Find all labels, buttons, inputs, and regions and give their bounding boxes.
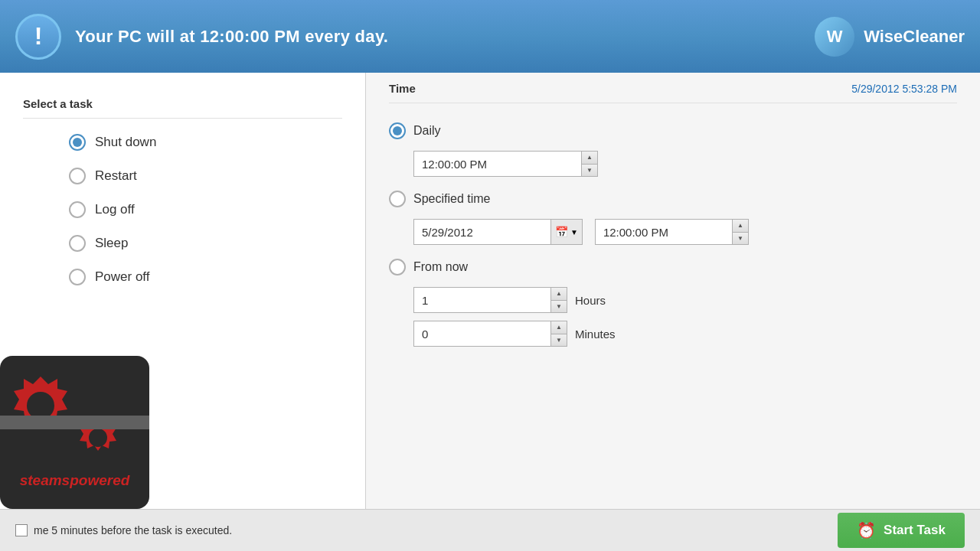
brand-area: W WiseCleaner [815,17,965,57]
task-shutdown[interactable]: Shut down [23,134,342,151]
radio-sleep[interactable] [69,235,86,252]
remind-checkbox[interactable] [15,524,28,536]
fromnow-hours-row: 1 ▲ ▼ Hours 0 ▲ ▼ [413,287,957,347]
specified-date-input[interactable]: 5/29/2012 [413,219,551,245]
brand-logo: W [815,17,854,57]
minutes-label: Minutes [575,328,616,341]
hours-spinner[interactable]: ▲ ▼ [550,287,567,313]
brand-letter: W [827,27,843,47]
task-logoff[interactable]: Log off [23,201,342,218]
minutes-down[interactable]: ▼ [551,334,567,347]
hours-label: Hours [575,294,606,307]
task-poweroff-label: Power off [95,269,150,285]
alert-icon: ! [15,14,61,60]
specified-time-row: 5/29/2012 📅 ▼ 12:00:00 PM ▲ ▼ [413,219,957,245]
bottom-bar: me 5 minutes before the task is executed… [0,509,980,551]
specified-timeval-group: 12:00:00 PM ▲ ▼ [595,219,749,245]
specified-date-value: 5/29/2012 [422,226,473,239]
start-task-label: Start Task [884,523,946,538]
radio-poweroff[interactable] [69,269,86,285]
task-restart-label: Restart [95,168,137,184]
radio-restart[interactable] [69,168,86,184]
minutes-input[interactable]: 0 [413,321,551,347]
daily-time-value: 12:00:00 PM [422,158,487,171]
option-daily[interactable]: Daily [389,122,957,139]
task-poweroff[interactable]: Power off [23,269,342,285]
hours-down[interactable]: ▼ [551,301,567,313]
daily-time-spinner[interactable]: ▲ ▼ [581,151,598,177]
remind-area: me 5 minutes before the task is executed… [15,524,232,536]
remind-text: me 5 minutes before the task is executed… [34,524,232,536]
specified-time-down[interactable]: ▼ [733,233,748,245]
exclamation-mark: ! [34,22,43,51]
gray-bar [0,416,149,429]
daily-time-input[interactable]: 12:00:00 PM [413,151,582,177]
steam-inner [0,377,149,468]
right-panel: Time 5/29/2012 5:53:28 PM Daily 12:00:00… [366,73,980,509]
steam-powered-text: steamspowered [20,472,130,489]
radio-fromnow[interactable] [389,259,406,276]
radio-specified[interactable] [389,191,406,207]
daily-time-input-group: 12:00:00 PM ▲ ▼ [413,151,598,177]
time-header: Time 5/29/2012 5:53:28 PM [389,73,957,103]
svg-point-3 [89,429,107,447]
minutes-up[interactable]: ▲ [551,321,567,334]
time-section-label: Time [389,82,416,95]
task-sleep[interactable]: Sleep [23,235,342,252]
specified-time-input[interactable]: 12:00:00 PM [595,219,733,245]
date-dropdown-arrow[interactable]: ▼ [570,228,578,236]
hours-input[interactable]: 1 [413,287,551,313]
specified-time-up[interactable]: ▲ [733,220,748,233]
hours-value: 1 [422,294,428,307]
minutes-input-group: 0 ▲ ▼ [413,321,567,347]
start-task-button[interactable]: ⏰ Start Task [838,513,965,548]
minutes-spinner[interactable]: ▲ ▼ [550,321,567,347]
specified-time-spinner[interactable]: ▲ ▼ [732,219,749,245]
date-calendar-spinner[interactable]: 📅 ▼ [550,219,583,245]
daily-time-down[interactable]: ▼ [582,165,597,177]
hours-input-group: 1 ▲ ▼ [413,287,567,313]
daily-label: Daily [413,124,441,138]
task-restart[interactable]: Restart [23,168,342,184]
brand-name: WiseCleaner [864,27,965,47]
fromnow-label: From now [413,260,468,274]
steam-overlay: steamspowered [0,356,149,509]
specified-label: Specified time [413,192,491,206]
task-sleep-label: Sleep [95,236,128,251]
minutes-value: 0 [422,328,428,341]
select-task-header: Select a task [23,88,342,119]
task-shutdown-label: Shut down [95,135,156,150]
current-datetime: 5/29/2012 5:53:28 PM [851,83,957,95]
radio-shutdown[interactable] [69,134,86,151]
daily-time-row: 12:00:00 PM ▲ ▼ [413,151,957,177]
specified-date-group: 5/29/2012 📅 ▼ [413,219,583,245]
specified-time-value: 12:00:00 PM [603,226,668,239]
calendar-icon: 📅 [555,226,568,238]
option-specified[interactable]: Specified time [389,191,957,207]
daily-time-up[interactable]: ▲ [582,152,597,165]
clock-icon: ⏰ [857,521,876,540]
option-fromnow[interactable]: From now [389,259,957,276]
header-message: Your PC will at 12:00:00 PM every day. [75,27,388,47]
task-logoff-label: Log off [95,202,135,217]
radio-logoff[interactable] [69,201,86,218]
radio-daily[interactable] [389,122,406,139]
header: ! Your PC will at 12:00:00 PM every day.… [0,0,980,73]
hours-up[interactable]: ▲ [551,288,567,301]
